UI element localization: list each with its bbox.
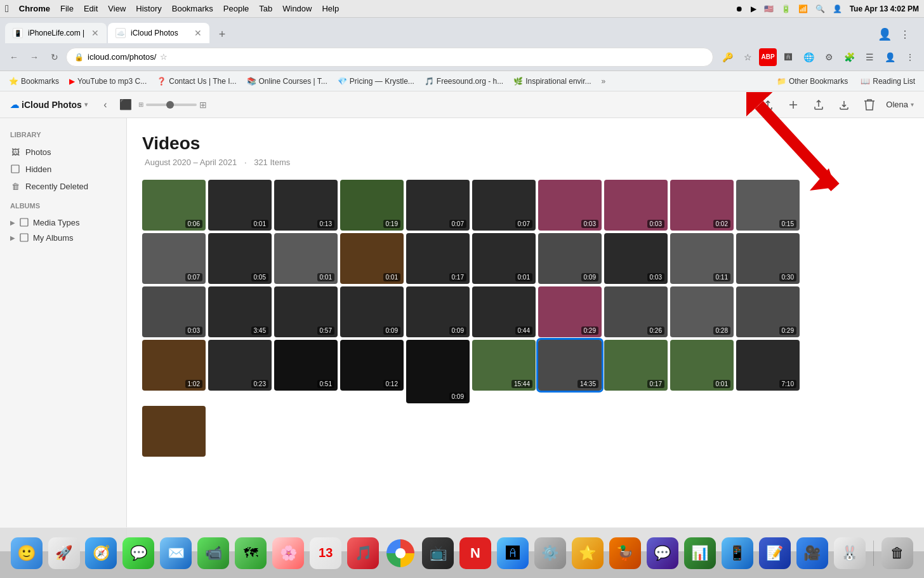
menu-search-icon[interactable]: 🔍 — [815, 4, 825, 13]
video-thumb[interactable]: 0:01 — [208, 180, 272, 231]
video-thumb[interactable]: 0:17 — [406, 233, 470, 284]
bookmark-bookmarks[interactable]: ⭐ Bookmarks — [5, 76, 63, 87]
dock-item-rabbit[interactable]: 🐰 — [833, 536, 866, 570]
download-button[interactable] — [835, 96, 853, 114]
video-thumb[interactable]: 0:03 — [604, 180, 668, 231]
puzzle-icon[interactable]: 🧩 — [840, 48, 858, 66]
dock-item-word[interactable]: 📝 — [758, 536, 791, 570]
tab-iphonelife[interactable]: 📱 iPhoneLife.com | ✕ — [5, 23, 107, 43]
tab-close-2[interactable]: ✕ — [194, 28, 202, 38]
new-tab-button[interactable]: + — [213, 25, 231, 43]
dock-item-settings[interactable]: ⚙️ — [534, 536, 566, 570]
video-thumb[interactable]: 0:03 — [142, 286, 206, 337]
dock-item-appstore[interactable]: 🅰 — [496, 536, 529, 570]
sidebar-item-recently-deleted[interactable]: 🗑 Recently Deleted — [5, 178, 121, 194]
user-account-button[interactable]: Olena ▾ — [886, 100, 914, 109]
video-thumb[interactable]: 0:23 — [208, 340, 272, 391]
sidebar-item-photos[interactable]: 🖼 Photos — [5, 144, 121, 160]
video-thumb[interactable]: 0:09 — [406, 340, 470, 403]
address-bar[interactable]: 🔒 icloud.com/photos/ ☆ — [66, 48, 713, 67]
video-thumb[interactable]: 0:03 — [538, 180, 602, 231]
video-thumb[interactable]: 0:11 — [670, 233, 734, 284]
dock-item-news[interactable]: N — [459, 536, 492, 570]
dock-item-chrome[interactable] — [385, 536, 417, 570]
refresh-button[interactable]: ↻ — [46, 48, 63, 66]
forward-button[interactable]: → — [25, 48, 43, 66]
dock-item-facetime[interactable]: 📹 — [197, 536, 230, 570]
dock-item-appletv[interactable]: 📺 — [422, 536, 454, 570]
video-thumb[interactable]: 0:01 — [670, 340, 734, 391]
more-icon[interactable]: ⋮ — [896, 25, 914, 43]
video-thumb[interactable]: 0:26 — [604, 286, 668, 337]
nav-back-button[interactable]: ‹ — [98, 97, 113, 112]
ext-icon-1[interactable]: 🅰 — [779, 48, 797, 66]
dock-item-launchpad[interactable]: 🚀 — [48, 536, 80, 570]
bookmark-star-icon[interactable]: ☆ — [739, 48, 756, 66]
dock-item-zoom[interactable]: 🎥 — [796, 536, 828, 570]
sidebar-item-media-types[interactable]: ▶ Media Types — [5, 215, 121, 230]
zoom-slider[interactable] — [146, 104, 197, 106]
share-button[interactable] — [810, 96, 828, 114]
menu-history[interactable]: History — [136, 4, 161, 13]
video-thumb[interactable]: 1:02 — [142, 340, 206, 391]
video-thumb[interactable]: 0:09 — [340, 286, 404, 337]
video-thumb[interactable]: 0:15 — [736, 180, 800, 231]
apple-menu[interactable]:  — [5, 3, 9, 15]
video-thumb[interactable]: 0:51 — [274, 340, 338, 391]
translate-icon[interactable]: 🌐 — [800, 48, 817, 66]
ext-icon-2[interactable]: ⚙ — [820, 48, 838, 66]
video-thumb[interactable]: 0:01 — [274, 233, 338, 284]
delete-button[interactable] — [861, 96, 878, 114]
add-button[interactable] — [784, 96, 802, 114]
menu-chrome[interactable]: Chrome — [19, 4, 50, 13]
menu-people[interactable]: People — [223, 4, 249, 13]
back-button[interactable]: ← — [5, 48, 23, 66]
dock-item-safari[interactable]: 🧭 — [85, 536, 117, 570]
bookmark-youtube[interactable]: ▶ YouTube to mp3 C... — [65, 76, 150, 87]
dock-item-slack[interactable]: 💬 — [646, 536, 678, 570]
sidebar-item-my-albums[interactable]: ▶ My Albums — [5, 230, 121, 245]
reading-list[interactable]: 📖 Reading List — [857, 76, 919, 87]
video-thumb[interactable]: 0:29 — [736, 286, 800, 337]
video-thumb[interactable]: 0:07 — [142, 233, 206, 284]
dock-item-maps[interactable]: 🗺 — [235, 536, 267, 570]
upload-button[interactable] — [759, 96, 777, 114]
bookmark-inspiration[interactable]: 🌿 Inspirational envir... — [510, 76, 595, 87]
key-icon[interactable]: 🔑 — [718, 48, 736, 66]
video-thumb[interactable]: 0:19 — [340, 180, 404, 231]
menu-file[interactable]: File — [60, 4, 74, 13]
dock-item-calendar[interactable]: 13 — [310, 536, 342, 570]
profile-icon[interactable]: 👤 — [876, 25, 894, 43]
sidebar-icon[interactable]: ☰ — [861, 48, 878, 66]
video-thumb[interactable]: 0:12 — [340, 340, 404, 391]
user-profile-icon[interactable]: 👤 — [881, 48, 899, 66]
video-thumb[interactable]: 3:45 — [208, 286, 272, 337]
menu-view[interactable]: View — [108, 4, 126, 13]
dock-item-music[interactable]: 🎵 — [347, 536, 380, 570]
video-thumb[interactable]: 0:09 — [406, 286, 470, 337]
menu-user-icon[interactable]: 👤 — [833, 4, 842, 13]
video-thumb[interactable]: 0:07 — [472, 180, 536, 231]
dock-item-duck[interactable]: 🦆 — [609, 536, 641, 570]
menu-window[interactable]: Window — [282, 4, 312, 13]
tab-close-1[interactable]: ✕ — [91, 28, 99, 38]
video-thumb[interactable]: 0:17 — [604, 340, 668, 391]
video-thumb[interactable]: 0:30 — [736, 233, 800, 284]
menu-bookmarks[interactable]: Bookmarks — [172, 4, 213, 13]
dock-item-trash[interactable]: 🗑 — [881, 536, 914, 570]
menu-tab[interactable]: Tab — [259, 4, 272, 13]
menu-help[interactable]: Help — [322, 4, 339, 13]
dock-item-messages[interactable]: 💬 — [122, 536, 155, 570]
video-thumb-selected[interactable]: 14:35 — [538, 340, 602, 391]
video-thumb[interactable]: 0:09 — [538, 233, 602, 284]
video-thumb[interactable]: 0:44 — [472, 286, 536, 337]
video-thumb[interactable]: 15:44 — [472, 340, 536, 391]
other-bookmarks[interactable]: 📁 Other Bookmarks — [773, 76, 852, 87]
bookmarks-more-button[interactable]: » — [598, 76, 610, 87]
video-thumb[interactable]: 0:28 — [670, 286, 734, 337]
menu-edit[interactable]: Edit — [84, 4, 98, 13]
video-thumb[interactable]: 0:03 — [604, 233, 668, 284]
video-thumb[interactable]: 0:01 — [340, 233, 404, 284]
dock-item-photos[interactable]: 🌸 — [272, 536, 305, 570]
video-thumb[interactable]: 0:02 — [670, 180, 734, 231]
